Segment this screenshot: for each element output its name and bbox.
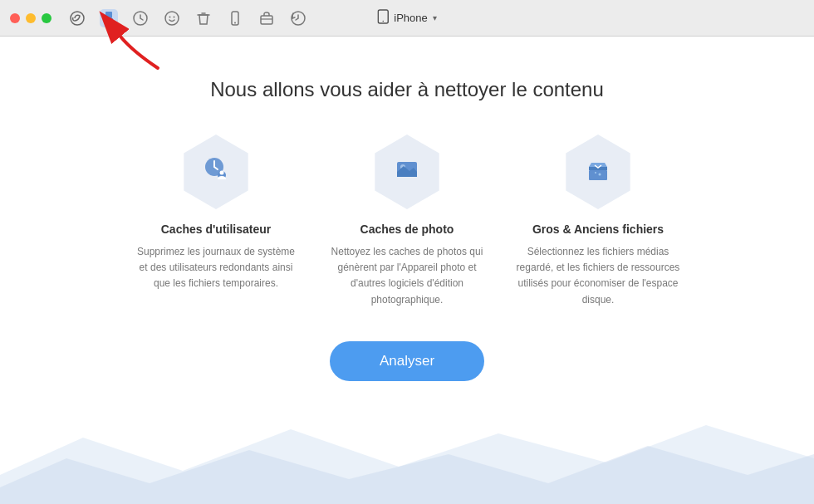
toolbar-icon-briefcase[interactable] (257, 9, 276, 27)
photo-cache-card: Caches de photo Nettoyez les caches de p… (324, 135, 490, 308)
svg-rect-1 (105, 12, 112, 18)
svg-point-18 (599, 174, 601, 176)
title-bar-center: iPhone ▾ (377, 9, 436, 27)
toolbar-icon-phoenix[interactable] (68, 9, 86, 27)
close-button[interactable] (10, 13, 20, 23)
user-cache-title: Caches d'utilisateur (161, 223, 271, 236)
cards-container: Caches d'utilisateur Supprimez les journ… (133, 135, 681, 308)
minimize-button[interactable] (26, 13, 36, 23)
svg-point-19 (595, 172, 596, 174)
title-bar: iPhone ▾ (0, 0, 814, 37)
toolbar-icon-trash[interactable] (194, 9, 213, 27)
device-icon (377, 9, 389, 27)
toolbar-icon-clean[interactable] (100, 9, 118, 27)
maximize-button[interactable] (42, 13, 51, 23)
toolbar-icon-clock[interactable] (131, 9, 150, 27)
svg-rect-8 (261, 16, 272, 24)
device-title: iPhone (394, 12, 427, 24)
large-files-desc: Sélectionnez les fichiers médias regardé… (515, 244, 681, 308)
svg-point-11 (382, 21, 384, 22)
analyze-button[interactable]: Analyser (330, 341, 484, 381)
large-files-card: Gros & Anciens fichiers Sélectionnez les… (515, 135, 681, 308)
photo-cache-icon (370, 135, 444, 209)
user-cache-icon (179, 135, 253, 209)
large-files-title: Gros & Anciens fichiers (532, 223, 664, 236)
toolbar-icon-emoji[interactable] (163, 9, 181, 27)
user-cache-card: Caches d'utilisateur Supprimez les journ… (133, 135, 299, 308)
svg-point-5 (174, 16, 175, 17)
photo-cache-desc: Nettoyez les caches de photos qui génère… (324, 244, 490, 308)
chevron-down-icon[interactable]: ▾ (433, 13, 437, 22)
svg-rect-17 (589, 170, 607, 180)
svg-point-14 (220, 171, 224, 175)
window-controls (10, 13, 51, 23)
page-title: Nous allons vous aider à nettoyer le con… (210, 78, 604, 101)
toolbar-icons (68, 9, 307, 27)
svg-point-4 (169, 16, 171, 17)
toolbar-icon-history[interactable] (289, 9, 307, 27)
large-files-icon (561, 135, 635, 209)
mountain-background (0, 413, 814, 504)
svg-point-3 (165, 12, 179, 25)
photo-cache-title: Caches de photo (360, 223, 454, 236)
user-cache-desc: Supprimez les journaux de système et des… (133, 244, 299, 292)
toolbar-icon-phone[interactable] (226, 9, 244, 27)
main-content: Nous allons vous aider à nettoyer le con… (0, 37, 814, 504)
svg-point-7 (234, 22, 236, 23)
